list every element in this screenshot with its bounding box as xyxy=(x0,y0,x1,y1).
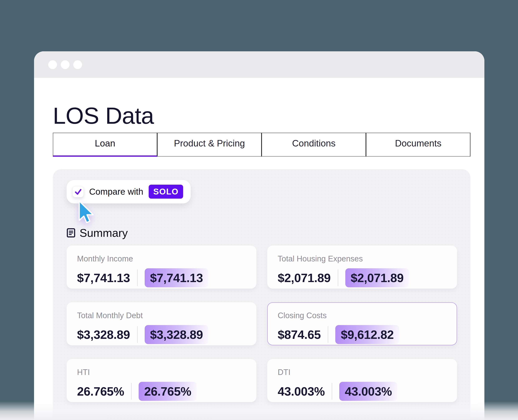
tab-conditions[interactable]: Conditions xyxy=(262,133,366,157)
solo-compare-value: $9,612.82 xyxy=(335,325,399,344)
screenshot-stage: LOS Data Loan Product & Pricing Conditio… xyxy=(0,0,518,420)
solo-badge: SOLO xyxy=(149,185,183,199)
value-divider xyxy=(338,269,338,286)
value-divider xyxy=(328,326,328,343)
value-divider xyxy=(137,269,137,286)
card-values: 26.765% 26.765% xyxy=(77,382,246,401)
los-value: 26.765% xyxy=(77,384,124,398)
compare-checkbox[interactable] xyxy=(72,186,84,197)
solo-compare-value: $7,741.13 xyxy=(145,268,209,287)
value-divider xyxy=(137,326,137,343)
solo-compare-value: $3,328.89 xyxy=(145,325,209,344)
card-values: $3,328.89 $3,328.89 xyxy=(77,325,246,344)
compare-label: Compare with xyxy=(89,187,143,197)
card-closing-costs[interactable]: Closing Costs $874.65 $9,612.82 xyxy=(267,302,457,345)
los-value: $874.65 xyxy=(278,328,321,342)
tab-loan[interactable]: Loan xyxy=(53,133,157,157)
card-hti[interactable]: HTI 26.765% 26.765% xyxy=(67,359,256,402)
document-lines-icon xyxy=(67,228,75,238)
card-dti[interactable]: DTI 43.003% 43.003% xyxy=(267,359,457,402)
card-values: 43.003% 43.003% xyxy=(278,382,447,401)
solo-compare-value: $2,071.89 xyxy=(345,268,409,287)
card-label: Total Monthly Debt xyxy=(77,311,246,320)
mouse-pointer-icon xyxy=(78,200,94,224)
card-total-housing-expenses[interactable]: Total Housing Expenses $2,071.89 $2,071.… xyxy=(267,246,457,289)
tab-bar: Loan Product & Pricing Conditions Docume… xyxy=(53,133,470,157)
checkmark-icon xyxy=(74,188,82,196)
value-divider xyxy=(131,383,131,399)
value-divider xyxy=(332,383,332,399)
window-control-dot-icon[interactable] xyxy=(48,60,57,69)
card-total-monthly-debt[interactable]: Total Monthly Debt $3,328.89 $3,328.89 xyxy=(67,302,256,345)
tab-documents[interactable]: Documents xyxy=(366,133,470,157)
card-label: DTI xyxy=(278,368,447,377)
summary-section-header: Summary xyxy=(67,226,457,239)
window-titlebar xyxy=(34,51,484,78)
window-content: LOS Data Loan Product & Pricing Conditio… xyxy=(34,102,484,420)
card-label: Monthly Income xyxy=(77,254,246,263)
page-title: LOS Data xyxy=(53,102,470,129)
los-value: $7,741.13 xyxy=(77,271,130,285)
card-label: HTI xyxy=(77,368,246,377)
window-control-dot-icon[interactable] xyxy=(61,60,69,69)
card-values: $2,071.89 $2,071.89 xyxy=(278,268,447,287)
los-value: 43.003% xyxy=(278,384,325,398)
card-label: Closing Costs xyxy=(278,311,447,320)
tab-product-pricing[interactable]: Product & Pricing xyxy=(157,133,262,157)
los-value: $3,328.89 xyxy=(77,328,130,342)
summary-cards-grid: Monthly Income $7,741.13 $7,741.13 Total… xyxy=(67,246,457,402)
card-monthly-income[interactable]: Monthly Income $7,741.13 $7,741.13 xyxy=(67,246,256,289)
summary-heading: Summary xyxy=(80,226,128,239)
browser-window: LOS Data Loan Product & Pricing Conditio… xyxy=(34,51,484,420)
compare-with-solo-toggle[interactable]: Compare with SOLO xyxy=(67,180,191,203)
loan-summary-panel: Compare with SOLO Summary xyxy=(53,169,470,420)
card-values: $7,741.13 $7,741.13 xyxy=(77,268,246,287)
solo-compare-value: 43.003% xyxy=(339,382,397,401)
card-values: $874.65 $9,612.82 xyxy=(278,325,447,344)
window-control-dot-icon[interactable] xyxy=(73,60,82,69)
card-label: Total Housing Expenses xyxy=(278,254,447,263)
los-value: $2,071.89 xyxy=(278,271,331,285)
solo-compare-value: 26.765% xyxy=(139,382,197,401)
